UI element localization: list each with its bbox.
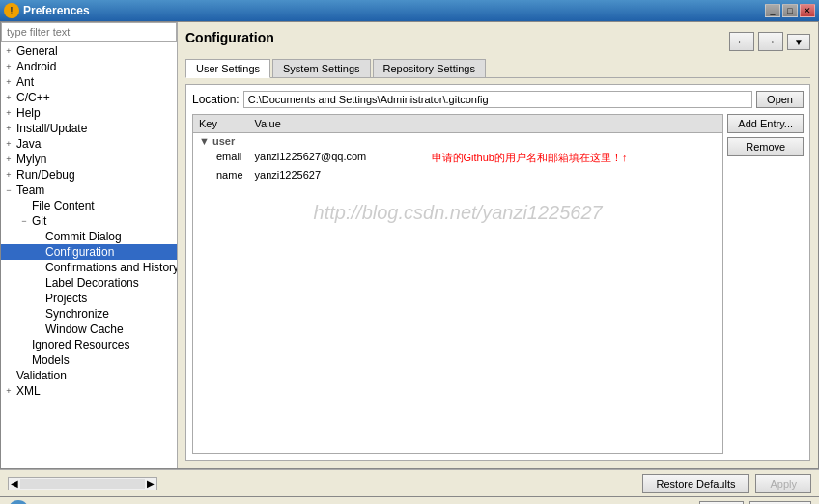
restore-defaults-button[interactable]: Restore Defaults <box>642 474 750 493</box>
sidebar-item-synchronize[interactable]: Synchronize <box>1 306 177 322</box>
window-title: Preferences <box>23 4 765 17</box>
expand-git-icon: − <box>16 216 32 226</box>
nav-dropdown-button[interactable]: ▼ <box>787 34 810 50</box>
tab-repository-settings[interactable]: Repository Settings <box>373 59 486 77</box>
sidebar-item-windowcache[interactable]: Window Cache <box>1 322 177 337</box>
nav-forward-button[interactable]: → <box>758 32 783 51</box>
email-value: yanzi1225627@qq.com <box>249 149 426 167</box>
user-annotation <box>426 133 723 150</box>
minimize-button[interactable]: _ <box>765 4 780 17</box>
close-button[interactable]: ✕ <box>800 4 815 17</box>
title-bar: ! Preferences _ □ ✕ <box>0 0 819 21</box>
table-container: Key Value ▼ user <box>192 114 723 454</box>
sidebar-label-projects: Projects <box>45 292 87 305</box>
sidebar-item-android[interactable]: + Android <box>1 59 177 74</box>
sidebar-label-general: General <box>16 44 58 58</box>
sidebar-item-xml[interactable]: + XML <box>1 383 177 399</box>
add-entry-button[interactable]: Add Entry... <box>727 114 804 133</box>
name-value: yanzi1225627 <box>249 167 426 182</box>
cancel-button[interactable]: Cancel <box>749 501 811 505</box>
sidebar-label-ant: Ant <box>16 75 34 89</box>
expand-android-icon: + <box>1 62 16 71</box>
sidebar-item-validation[interactable]: Validation <box>1 368 177 383</box>
expand-mylyn-icon: + <box>1 154 16 164</box>
sidebar-item-general[interactable]: + General <box>1 43 177 59</box>
sidebar-item-java[interactable]: + Java <box>1 136 177 152</box>
sidebar-label-commitdialog: Commit Dialog <box>45 230 122 243</box>
sidebar-item-ant[interactable]: + Ant <box>1 74 177 90</box>
open-button[interactable]: Open <box>756 91 804 108</box>
sidebar-label-xml: XML <box>16 384 41 398</box>
sidebar-label-java: Java <box>16 137 41 151</box>
sidebar: + General + Android + Ant + C/C++ + Help… <box>1 22 178 468</box>
scroll-right-icon[interactable]: ▶ <box>147 478 155 489</box>
maximize-button[interactable]: □ <box>782 4 798 17</box>
location-label: Location: <box>192 93 240 106</box>
scroll-left-icon[interactable]: ◀ <box>11 478 18 489</box>
sidebar-label-labeldecorations: Label Decorations <box>45 276 139 290</box>
expand-xml-icon: + <box>1 386 16 396</box>
filter-input[interactable] <box>1 22 177 42</box>
user-value <box>249 133 426 150</box>
apply-button[interactable]: Apply <box>755 474 811 493</box>
app-icon: ! <box>4 3 19 18</box>
sidebar-item-mylyn[interactable]: + Mylyn <box>1 152 177 167</box>
sidebar-item-git[interactable]: − Git <box>1 213 177 229</box>
sidebar-label-android: Android <box>16 60 56 73</box>
sidebar-label-models: Models <box>32 353 70 367</box>
sidebar-item-filecontent[interactable]: File Content <box>1 198 177 213</box>
sidebar-label-validation: Validation <box>16 369 67 382</box>
sidebar-item-help[interactable]: + Help <box>1 105 177 121</box>
table-row-name[interactable]: name yanzi1225627 <box>193 167 722 182</box>
sidebar-label-cpp: C/C++ <box>16 91 50 104</box>
sidebar-label-filecontent: File Content <box>32 199 95 212</box>
sidebar-item-install[interactable]: + Install/Update <box>1 121 177 136</box>
expand-general-icon: + <box>1 46 16 56</box>
expand-help-icon: + <box>1 108 16 118</box>
sidebar-item-ignoredresources[interactable]: Ignored Resources <box>1 337 177 352</box>
sidebar-label-ignoredresources: Ignored Resources <box>32 338 129 351</box>
table-row-user[interactable]: ▼ user <box>193 133 722 150</box>
sidebar-label-mylyn: Mylyn <box>16 153 46 166</box>
sidebar-label-install: Install/Update <box>16 122 87 135</box>
expand-rundebug-icon: + <box>1 170 16 180</box>
sidebar-item-models[interactable]: Models <box>1 352 177 368</box>
table-row-email[interactable]: email yanzi1225627@qq.com 申请的Github的用户名和… <box>193 149 722 167</box>
sidebar-item-team[interactable]: − Team <box>1 182 177 198</box>
expand-install-icon: + <box>1 124 16 133</box>
table-area: Key Value ▼ user <box>192 114 804 454</box>
sidebar-item-projects[interactable]: Projects <box>1 291 177 306</box>
sidebar-label-help: Help <box>16 106 41 120</box>
page-title: Configuration <box>185 30 274 45</box>
ok-button[interactable]: OK <box>699 501 744 505</box>
sidebar-item-configuration[interactable]: Configuration <box>1 244 177 260</box>
sidebar-item-labeldecorations[interactable]: Label Decorations <box>1 275 177 291</box>
sidebar-item-confirmations[interactable]: Confirmations and History <box>1 260 177 275</box>
watermark: http://blog.csdn.net/yanzi1225627 <box>193 182 722 243</box>
expand-ant-icon: + <box>1 77 16 87</box>
expand-user-icon: ▼ user <box>193 133 249 150</box>
content-area: Configuration ← → ▼ User Settings System… <box>178 22 818 468</box>
tab-system-settings[interactable]: System Settings <box>272 59 370 77</box>
table-buttons: Add Entry... Remove <box>727 114 804 454</box>
sidebar-item-commitdialog[interactable]: Commit Dialog <box>1 229 177 244</box>
col-annotation <box>426 115 723 133</box>
nav-back-button[interactable]: ← <box>729 32 754 51</box>
sidebar-item-rundebug[interactable]: + Run/Debug <box>1 167 177 182</box>
name-annotation <box>426 167 723 182</box>
tab-user-settings[interactable]: User Settings <box>185 59 270 78</box>
sidebar-label-confirmations: Confirmations and History <box>45 261 178 274</box>
expand-cpp-icon: + <box>1 93 16 102</box>
location-input[interactable] <box>243 91 752 108</box>
sidebar-label-windowcache: Window Cache <box>45 322 124 336</box>
col-key: Key <box>193 115 249 133</box>
help-button[interactable]: ? <box>8 500 29 505</box>
config-table: Key Value ▼ user <box>193 115 722 182</box>
expand-java-icon: + <box>1 139 16 149</box>
expand-team-icon: − <box>1 185 16 195</box>
remove-button[interactable]: Remove <box>727 137 804 156</box>
sidebar-item-cpp[interactable]: + C/C++ <box>1 90 177 105</box>
name-key: name <box>193 167 249 182</box>
main-container: + General + Android + Ant + C/C++ + Help… <box>0 21 819 469</box>
sidebar-label-rundebug: Run/Debug <box>16 168 75 182</box>
